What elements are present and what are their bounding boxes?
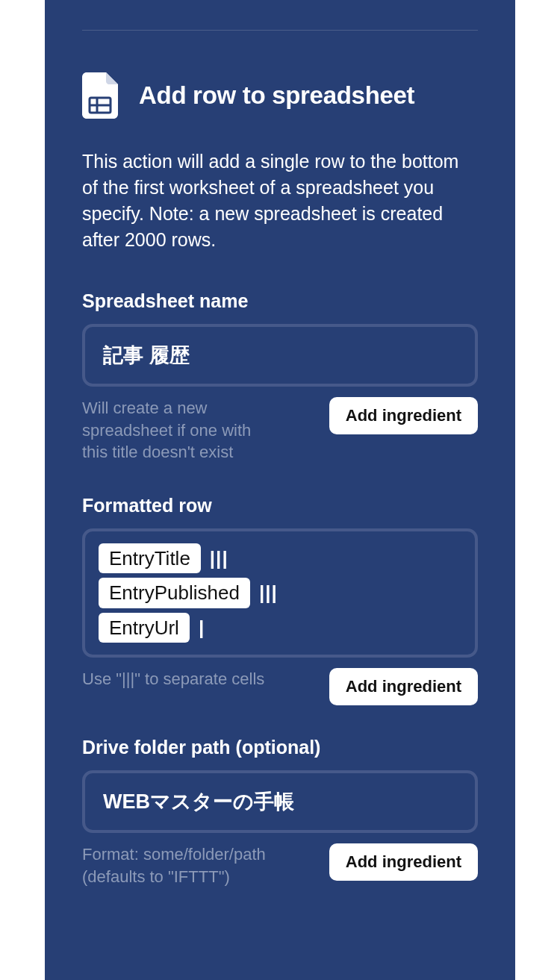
action-title: Add row to spreadsheet: [139, 81, 414, 110]
field-hint: Will create a new spreadsheet if one wit…: [82, 397, 269, 464]
formatted-row-input[interactable]: EntryTitle ||| EntryPublished ||| EntryU…: [82, 528, 478, 658]
field-hint: Format: some/folder/path (defaults to "I…: [82, 843, 269, 887]
field-label: Formatted row: [82, 495, 478, 516]
divider: [82, 30, 478, 31]
field-value: WEBマスターの手帳: [103, 788, 294, 815]
cell-separator: |: [199, 617, 205, 640]
field-label: Spreadsheet name: [82, 290, 478, 312]
cell-separator: |||: [210, 547, 228, 570]
field-footer: Format: some/folder/path (defaults to "I…: [82, 843, 478, 887]
token-row: EntryTitle |||: [99, 543, 228, 573]
token-row: EntryPublished |||: [99, 578, 278, 608]
action-panel: Add row to spreadsheet This action will …: [45, 0, 515, 980]
field-spreadsheet-name: Spreadsheet name 記事 履歴 Will create a new…: [82, 290, 478, 464]
header: Add row to spreadsheet: [82, 72, 478, 119]
field-footer: Use "|||" to separate cells Add ingredie…: [82, 668, 478, 705]
field-value: 記事 履歴: [103, 342, 190, 369]
field-hint: Use "|||" to separate cells: [82, 668, 269, 690]
ingredient-token[interactable]: EntryPublished: [99, 578, 250, 608]
drive-folder-path-input[interactable]: WEBマスターの手帳: [82, 770, 478, 833]
add-ingredient-button[interactable]: Add ingredient: [329, 397, 478, 434]
field-label: Drive folder path (optional): [82, 737, 478, 758]
field-footer: Will create a new spreadsheet if one wit…: [82, 397, 478, 464]
ingredient-token[interactable]: EntryTitle: [99, 543, 201, 573]
token-row: EntryUrl |: [99, 613, 205, 643]
action-description: This action will add a single row to the…: [82, 149, 478, 253]
spreadsheet-name-input[interactable]: 記事 履歴: [82, 324, 478, 387]
spreadsheet-icon: [82, 72, 118, 119]
field-formatted-row: Formatted row EntryTitle ||| EntryPublis…: [82, 495, 478, 705]
add-ingredient-button[interactable]: Add ingredient: [329, 843, 478, 881]
ingredient-token[interactable]: EntryUrl: [99, 613, 190, 643]
add-ingredient-button[interactable]: Add ingredient: [329, 668, 478, 705]
field-drive-folder-path: Drive folder path (optional) WEBマスターの手帳 …: [82, 737, 478, 887]
cell-separator: |||: [259, 581, 278, 605]
